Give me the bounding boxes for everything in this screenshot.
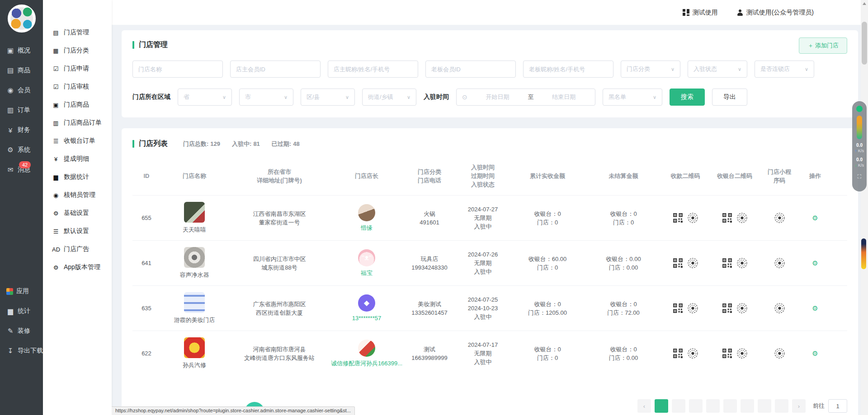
page-number-button[interactable] xyxy=(706,399,720,413)
boss-nickname-field[interactable] xyxy=(523,61,613,78)
row-settings-gear-icon[interactable]: ⚙ xyxy=(812,304,818,312)
store-category-select[interactable]: 门店分类∨ xyxy=(621,61,680,78)
submenu-item[interactable]: ▣ 门店商品 xyxy=(43,96,112,114)
round-code-icon[interactable] xyxy=(687,212,698,224)
page-number-button[interactable] xyxy=(775,399,788,413)
page-number-button[interactable] xyxy=(741,399,754,413)
submenu-item[interactable]: ⚙ 基础设置 xyxy=(43,204,112,222)
submenu-item[interactable]: ▦ 门店分类 xyxy=(43,42,112,60)
submenu-item[interactable]: ▆ 数据统计 xyxy=(43,168,112,186)
add-store-button[interactable]: ＋ 添加门店 xyxy=(799,37,847,54)
prev-page-button[interactable]: ‹ xyxy=(637,399,651,413)
round-code-icon[interactable] xyxy=(687,348,698,359)
sidebar-item[interactable]: ✎ 装修 xyxy=(0,321,43,341)
row-settings-gear-icon[interactable]: ⚙ xyxy=(812,214,818,222)
row-settings-gear-icon[interactable]: ⚙ xyxy=(812,259,818,267)
sidebar-item[interactable]: ▤ 商品 xyxy=(0,61,43,80)
qr-code-icon[interactable] xyxy=(722,348,733,359)
sidebar-item[interactable]: ↧ 导出下载 xyxy=(0,341,43,361)
boss-nickname-input[interactable] xyxy=(529,66,608,73)
workspace-switcher[interactable]: 测试使用 xyxy=(683,9,718,17)
qr-code-icon[interactable] xyxy=(672,257,684,269)
round-code-icon[interactable] xyxy=(736,303,748,314)
store-name-input[interactable] xyxy=(138,66,217,73)
keeper-name[interactable]: 惜缘 xyxy=(361,224,373,232)
submenu-item[interactable]: ☰ 收银台订单 xyxy=(43,132,112,150)
round-code-icon[interactable] xyxy=(774,212,785,224)
export-button[interactable]: 导出 xyxy=(712,89,747,106)
owner-member-id-input[interactable] xyxy=(236,66,315,73)
search-button[interactable]: 搜索 xyxy=(670,89,705,106)
qr-code-icon[interactable] xyxy=(722,212,733,224)
round-code-icon[interactable] xyxy=(774,303,785,314)
app-logo[interactable] xyxy=(8,5,36,33)
user-menu[interactable]: 测试使用(公众号管理员) xyxy=(737,9,814,17)
sidebar-item[interactable]: ⚙ 系统 xyxy=(0,140,43,160)
submenu-item[interactable]: ☑ 门店审核 xyxy=(43,78,112,96)
goto-page-input[interactable] xyxy=(828,399,847,413)
page-number-button[interactable] xyxy=(689,399,703,413)
round-code-icon[interactable] xyxy=(687,257,698,269)
submenu-item[interactable]: ¥ 提成明细 xyxy=(43,150,112,168)
sidebar-item[interactable]: ✉ 消息 42 xyxy=(0,160,43,180)
store-logo[interactable] xyxy=(184,247,205,268)
keeper-avatar[interactable] xyxy=(358,204,375,221)
round-code-icon[interactable] xyxy=(736,348,748,359)
row-settings-gear-icon[interactable]: ⚙ xyxy=(812,350,818,357)
keeper-avatar[interactable]: ᵔᴥᵔ xyxy=(358,249,375,266)
street-select[interactable]: 街道/乡镇∨ xyxy=(362,89,416,106)
keeper-avatar[interactable] xyxy=(358,340,375,357)
submenu-item[interactable]: ▤ 门店管理 xyxy=(43,23,112,42)
page-number-button[interactable] xyxy=(655,399,668,413)
round-code-icon[interactable] xyxy=(736,257,748,269)
round-code-icon[interactable] xyxy=(736,212,748,224)
submenu-item[interactable]: AD 门店广告 xyxy=(43,240,112,258)
owner-member-id-field[interactable] xyxy=(230,61,321,78)
province-select[interactable]: 省∨ xyxy=(178,89,232,106)
keeper-name[interactable]: 13*******57 xyxy=(352,314,381,322)
round-code-icon[interactable] xyxy=(774,257,785,269)
round-code-icon[interactable] xyxy=(774,348,785,359)
date-range-picker[interactable]: ⊙ 开始日期 至 结束日期 xyxy=(456,89,595,106)
join-status-select[interactable]: 入驻状态∨ xyxy=(688,61,747,78)
sidebar-item[interactable]: ▣ 概况 xyxy=(0,41,43,61)
city-select[interactable]: 市∨ xyxy=(239,89,293,106)
sidebar-item[interactable]: ▥ 订单 xyxy=(0,100,43,120)
keeper-name[interactable]: 福宝 xyxy=(361,269,373,277)
qr-code-icon[interactable] xyxy=(672,212,684,224)
qr-code-icon[interactable] xyxy=(722,257,733,269)
scrollbar-thumb[interactable] xyxy=(862,22,867,65)
store-logo[interactable] xyxy=(184,337,205,358)
network-speed-widget[interactable]: 0.0 K/s 0.0 K/s ⛶ xyxy=(852,101,867,191)
page-number-button[interactable] xyxy=(723,399,737,413)
page-scrollbar[interactable] xyxy=(861,0,868,415)
keeper-avatar[interactable]: ◆ xyxy=(358,294,375,312)
page-number-button[interactable] xyxy=(672,399,685,413)
sidebar-item[interactable]: ▆ 统计 xyxy=(0,301,43,321)
screenshot-camera-icon[interactable]: ⛶ xyxy=(858,173,861,180)
submenu-item[interactable]: ☑ 门店申请 xyxy=(43,60,112,78)
qr-code-icon[interactable] xyxy=(672,303,684,314)
store-logo[interactable] xyxy=(184,202,205,223)
submenu-item[interactable]: ⚙ App版本管理 xyxy=(43,258,112,276)
submenu-item[interactable]: ☰ 默认设置 xyxy=(43,222,112,240)
submenu-item[interactable]: ◉ 核销员管理 xyxy=(43,186,112,204)
chain-store-select[interactable]: 是否连锁店∨ xyxy=(755,61,814,78)
owner-nickname-input[interactable] xyxy=(334,66,412,73)
sidebar-item[interactable]: ▦ 应用 xyxy=(0,281,43,301)
owner-nickname-field[interactable] xyxy=(328,61,418,78)
sidebar-item[interactable]: ◉ 会员 xyxy=(0,80,43,100)
page-number-button[interactable] xyxy=(758,399,771,413)
next-page-button[interactable]: › xyxy=(792,399,806,413)
sidebar-item[interactable]: ¥ 财务 xyxy=(0,120,43,140)
store-name-field[interactable] xyxy=(132,61,223,78)
scroll-up-arrow-icon[interactable] xyxy=(863,2,866,5)
submenu-item[interactable]: ▥ 门店商品订单 xyxy=(43,114,112,132)
boss-member-id-field[interactable] xyxy=(425,61,516,78)
blacklist-select[interactable]: 黑名单∨ xyxy=(603,89,662,106)
store-logo[interactable] xyxy=(184,292,205,313)
district-select[interactable]: 区/县∨ xyxy=(301,89,355,106)
keeper-name[interactable]: 诚信修配唐河孙兵166399... xyxy=(331,359,402,368)
round-code-icon[interactable] xyxy=(687,303,698,314)
boss-member-id-input[interactable] xyxy=(431,66,510,73)
